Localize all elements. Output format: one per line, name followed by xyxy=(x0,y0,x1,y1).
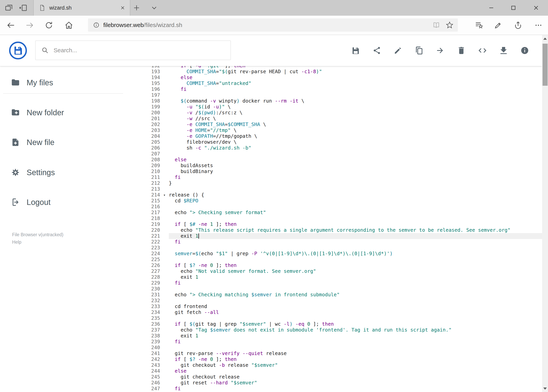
new-tab-icon[interactable] xyxy=(133,4,140,12)
code-icon[interactable] xyxy=(478,46,487,55)
sidebar-item-new-file[interactable]: New file xyxy=(0,133,126,152)
code-line[interactable]: 225 xyxy=(126,257,542,262)
code-line[interactable]: 223 xyxy=(126,245,542,251)
code-text[interactable] xyxy=(169,204,542,210)
reading-view-icon[interactable] xyxy=(432,21,440,29)
code-text[interactable]: exit 1 xyxy=(169,274,542,280)
code-line[interactable]: 216 xyxy=(126,204,542,210)
code-line[interactable]: 215 cd $REPO xyxy=(126,198,542,204)
code-line[interactable]: 213 xyxy=(126,186,542,192)
code-text[interactable]: echo "> Checking matching $semver in fro… xyxy=(169,292,542,298)
download-icon[interactable] xyxy=(499,46,508,55)
sidebar-item-logout[interactable]: Logout xyxy=(0,192,126,212)
code-text[interactable] xyxy=(169,345,542,350)
code-text[interactable]: release () { xyxy=(169,192,542,198)
tab-preview-icon[interactable] xyxy=(5,4,13,12)
code-line[interactable]: 197 xyxy=(126,92,542,98)
code-text[interactable]: echo "Not valid semver format. See semve… xyxy=(169,268,542,274)
move-icon[interactable] xyxy=(436,46,444,55)
code-text[interactable]: else xyxy=(169,368,542,374)
code-line[interactable]: 208 else xyxy=(126,157,542,163)
code-line[interactable]: 234 git fetch --all xyxy=(126,309,542,315)
code-line[interactable]: 230 xyxy=(126,286,542,292)
minimize-icon[interactable] xyxy=(483,0,500,16)
code-text[interactable]: fi xyxy=(169,239,542,245)
code-text[interactable]: fi xyxy=(169,86,542,92)
code-text[interactable] xyxy=(169,216,542,221)
search-input[interactable] xyxy=(53,47,215,54)
code-line[interactable]: 239 fi xyxy=(126,339,542,345)
code-line[interactable]: 199 -u "$(id -u)" \ xyxy=(126,104,542,110)
code-line[interactable]: 233 cd frontend xyxy=(126,304,542,309)
code-text[interactable]: if [ $? -ne 0 ]; then xyxy=(169,262,542,268)
code-line[interactable]: 207 xyxy=(126,151,542,157)
code-line[interactable]: 243 git checkout -b release "$semver" xyxy=(126,362,542,368)
code-line[interactable]: 205 filebrowser/dev \ xyxy=(126,139,542,145)
code-line[interactable]: 204 -e GOPATH=//tmp/gopath \ xyxy=(126,133,542,139)
maximize-icon[interactable] xyxy=(505,0,522,16)
delete-icon[interactable] xyxy=(457,46,466,55)
code-line[interactable]: 211 fi xyxy=(126,174,542,180)
code-text[interactable]: -e GOPATH=//tmp/gopath \ xyxy=(169,133,542,139)
code-text[interactable]: fi xyxy=(169,339,542,345)
forward-icon[interactable] xyxy=(25,21,34,29)
code-line[interactable]: 201 -w //src \ xyxy=(126,116,542,121)
code-line[interactable]: 209 buildAssets xyxy=(126,163,542,168)
code-line[interactable]: 247 fi xyxy=(126,386,542,392)
code-text[interactable]: buildAssets xyxy=(169,163,542,168)
code-line[interactable]: 214▾release () { xyxy=(126,192,542,198)
code-text[interactable]: COMMIT_SHA="untracked" xyxy=(169,80,542,86)
rename-icon[interactable] xyxy=(394,46,402,55)
code-line[interactable]: 218 xyxy=(126,216,542,221)
code-text[interactable] xyxy=(169,315,542,321)
share-icon[interactable] xyxy=(373,46,381,55)
code-text[interactable]: git checkout -b release "$semver" xyxy=(169,362,542,368)
code-text[interactable]: git fetch --all xyxy=(169,309,542,315)
code-line[interactable]: 237 echo "Tag $semver does not exist in … xyxy=(126,327,542,333)
code-line[interactable]: 242 if [ $? -ne 0 ]; then xyxy=(126,356,542,362)
code-text[interactable]: fi xyxy=(169,386,542,392)
code-text[interactable]: if [ $# -ne 1 ]; then xyxy=(169,221,542,227)
code-line[interactable]: 198 $(command -v winpty) docker run --rm… xyxy=(126,98,542,104)
code-text[interactable]: fi xyxy=(169,174,542,180)
refresh-icon[interactable] xyxy=(45,21,53,29)
help-link[interactable]: Help xyxy=(12,238,63,246)
code-line[interactable]: 202 -e COMMIT_SHA=$COMMIT_SHA \ xyxy=(126,121,542,127)
code-text[interactable]: if [ $? -ne 0 ]; then xyxy=(169,356,542,362)
sidebar-item-new-folder[interactable]: New folder xyxy=(0,103,126,122)
code-line[interactable]: 220 echo "This release script requires a… xyxy=(126,227,542,233)
code-line[interactable]: 219 if [ $# -ne 1 ]; then xyxy=(126,221,542,227)
code-line[interactable]: 236 if [ $(git tag | grep "$semver" | wc… xyxy=(126,321,542,327)
code-text[interactable] xyxy=(169,186,542,192)
code-text[interactable]: echo "> Checking semver format" xyxy=(169,210,542,216)
set-tabs-aside-icon[interactable] xyxy=(19,4,28,12)
code-line[interactable]: 192 if [ -d ".git" ]; then xyxy=(126,66,542,69)
code-line[interactable]: 235 xyxy=(126,315,542,321)
code-text[interactable]: } xyxy=(169,180,542,186)
code-line[interactable]: 224 semver=$(echo "$1" | grep -P '^v(0|[… xyxy=(126,251,542,257)
code-text[interactable]: if [ -d ".git" ]; then xyxy=(169,66,542,69)
code-text[interactable] xyxy=(169,286,542,292)
code-line[interactable]: 244 else xyxy=(126,368,542,374)
favorite-star-icon[interactable] xyxy=(446,21,453,29)
close-icon[interactable] xyxy=(528,0,544,16)
code-text[interactable]: $(command -v winpty) docker run --rm -it… xyxy=(169,98,542,104)
tab-close-icon[interactable] xyxy=(119,5,126,11)
code-text[interactable]: -v /$(pwd):/src:z \ xyxy=(169,110,542,116)
scroll-down-icon[interactable] xyxy=(542,385,548,392)
code-line[interactable]: 221 exit 1 xyxy=(126,233,542,239)
code-text[interactable]: sh -c "./wizard.sh -b" xyxy=(169,145,542,151)
code-line[interactable]: 217 echo "> Checking semver format" xyxy=(126,210,542,216)
code-text[interactable]: git reset --hard "$semver" xyxy=(169,380,542,386)
hub-icon[interactable] xyxy=(475,21,483,29)
code-line[interactable]: 196 fi xyxy=(126,86,542,92)
sidebar-item-my-files[interactable]: My files xyxy=(0,73,126,92)
save-icon[interactable] xyxy=(351,46,360,55)
code-text[interactable]: filebrowser/dev \ xyxy=(169,139,542,145)
code-text[interactable]: semver=$(echo "$1" | grep -P '^v(0|[1-9]… xyxy=(169,251,542,257)
code-text[interactable]: if [ $(git tag | grep "$semver" | wc -l)… xyxy=(169,321,542,327)
code-line[interactable]: 229 fi xyxy=(126,280,542,286)
code-text[interactable]: buildBinary xyxy=(169,168,542,174)
filebrowser-logo[interactable] xyxy=(9,41,28,60)
code-text[interactable]: echo "Tag $semver does not exist in subm… xyxy=(169,327,542,333)
